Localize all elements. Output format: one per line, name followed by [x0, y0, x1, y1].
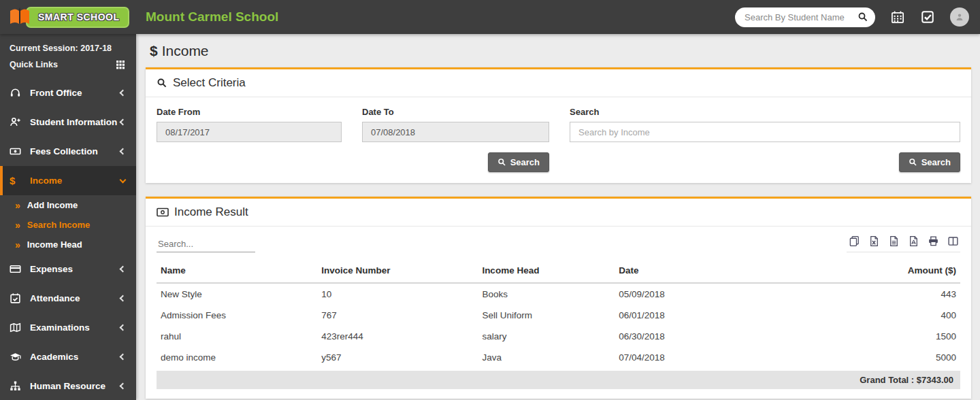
- graduation-cap-icon: [10, 352, 22, 363]
- sidebar-item-label: Income: [30, 176, 120, 186]
- brand-pill: SMART SCHOOL: [26, 7, 129, 28]
- income-search-label: Search: [570, 107, 960, 117]
- table-cell: 06/01/2018: [615, 305, 815, 326]
- table-cell: Java: [478, 347, 615, 368]
- book-logo-icon: [8, 7, 31, 27]
- table-cell: Admission Fees: [157, 305, 317, 326]
- date-search-button[interactable]: Search: [488, 152, 549, 172]
- sidebar-subitem-search-income[interactable]: » Search Income: [0, 215, 136, 235]
- smart-school-logo: SMART SCHOOL: [8, 7, 129, 28]
- chevron-left-icon: [120, 354, 127, 361]
- dollar-icon: $: [150, 43, 158, 59]
- banknote-icon: [10, 146, 22, 157]
- table-cell: y567: [317, 347, 478, 368]
- credit-card-icon: [10, 264, 22, 275]
- user-avatar[interactable]: [950, 7, 969, 27]
- date-from-label: Date From: [157, 107, 342, 117]
- sidebar-subitem-add-income[interactable]: » Add Income: [0, 195, 136, 215]
- sidebar-subitem-label: Income Head: [27, 239, 82, 250]
- sitemap-icon: [10, 381, 22, 392]
- banknote-icon: [157, 207, 169, 218]
- top-header: SMART SCHOOL Mount Carmel School: [0, 0, 980, 34]
- double-arrow-icon: »: [15, 200, 20, 211]
- copy-export-icon[interactable]: [848, 235, 860, 247]
- tasks-icon[interactable]: [920, 10, 935, 24]
- session-block: Current Session: 2017-18 Quick Links: [0, 34, 136, 78]
- current-session-label: Current Session: 2017-18: [10, 40, 127, 56]
- student-plus-icon: [10, 117, 22, 128]
- brand-box[interactable]: SMART SCHOOL: [0, 7, 136, 28]
- income-search-input[interactable]: [570, 122, 960, 142]
- column-header-name[interactable]: Name: [157, 259, 317, 283]
- table-cell: 1500: [815, 326, 960, 347]
- sidebar-item-attendance[interactable]: Attendance: [0, 284, 136, 313]
- column-header-date[interactable]: Date: [615, 259, 815, 283]
- double-arrow-icon: »: [15, 220, 20, 231]
- sidebar-subitem-label: Add Income: [27, 200, 78, 210]
- pdf-export-icon[interactable]: [907, 235, 919, 247]
- table-cell: 443: [815, 283, 960, 305]
- quick-links-label: Quick Links: [10, 56, 58, 73]
- column-visibility-icon[interactable]: [947, 235, 959, 247]
- table-cell: New Style: [157, 283, 317, 305]
- table-cell: salary: [478, 326, 615, 347]
- sidebar: Current Session: 2017-18 Quick Links Fro…: [0, 34, 136, 400]
- sidebar-item-student-information[interactable]: Student Information: [0, 107, 136, 137]
- table-cell: 05/09/2018: [615, 283, 815, 305]
- sidebar-item-front-office[interactable]: Front Office: [0, 78, 136, 107]
- calendar-check-icon: [10, 293, 22, 304]
- income-result-panel: Income Result: [146, 197, 971, 399]
- search-icon[interactable]: [858, 12, 868, 22]
- chevron-down-icon: [120, 176, 127, 183]
- table-row: demo incomey567Java07/04/20185000: [157, 347, 960, 368]
- search-button-label: Search: [921, 157, 951, 167]
- chevron-left-icon: [120, 148, 127, 155]
- sidebar-item-income[interactable]: $ Income: [0, 166, 136, 195]
- excel-export-icon[interactable]: [868, 235, 880, 247]
- table-cell: 06/30/2018: [615, 326, 815, 347]
- chevron-left-icon: [120, 295, 127, 302]
- calendar-icon[interactable]: [890, 10, 905, 24]
- sidebar-item-label: Expenses: [30, 264, 120, 274]
- sidebar-item-fees-collection[interactable]: Fees Collection: [0, 137, 136, 166]
- table-toolbar: [157, 235, 960, 252]
- grand-total-bar: Grand Total : $7343.00: [157, 371, 960, 389]
- sidebar-item-academics[interactable]: Academics: [0, 342, 136, 371]
- quick-links-grid-icon[interactable]: [116, 61, 127, 69]
- column-header-amount[interactable]: Amount ($): [815, 259, 960, 283]
- income-result-header: Income Result: [146, 199, 971, 227]
- date-to-input[interactable]: [362, 122, 549, 142]
- date-from-input[interactable]: [157, 122, 342, 142]
- table-cell: 767: [317, 305, 478, 326]
- results-body: Name Invoice Number Income Head Date Amo…: [146, 227, 971, 399]
- income-table: Name Invoice Number Income Head Date Amo…: [157, 259, 960, 368]
- column-header-income-head[interactable]: Income Head: [478, 259, 615, 283]
- main-content: $Income Select Criteria Date From Date T…: [136, 34, 980, 400]
- table-header-row: Name Invoice Number Income Head Date Amo…: [157, 259, 960, 283]
- dollar-icon: $: [10, 176, 22, 186]
- student-search-box[interactable]: [735, 7, 875, 27]
- csv-export-icon[interactable]: [887, 235, 900, 247]
- chevron-left-icon: [120, 266, 127, 273]
- print-icon[interactable]: [927, 235, 939, 247]
- sidebar-item-examinations[interactable]: Examinations: [0, 313, 136, 342]
- table-search-input[interactable]: [157, 236, 255, 252]
- table-cell: Sell Uniform: [478, 305, 615, 326]
- headset-icon: [10, 88, 22, 99]
- map-book-icon: [10, 322, 22, 333]
- date-from-field: Date From: [157, 107, 342, 142]
- sidebar-item-human-resource[interactable]: Human Resource: [0, 371, 136, 400]
- select-criteria-panel: Select Criteria Date From Date To Search: [146, 67, 971, 183]
- sidebar-item-expenses[interactable]: Expenses: [0, 254, 136, 284]
- chevron-left-icon: [120, 119, 127, 126]
- page-title-text: Income: [162, 43, 209, 59]
- keyword-search-button[interactable]: Search: [899, 152, 960, 172]
- column-header-invoice-number[interactable]: Invoice Number: [317, 259, 478, 283]
- table-row: Admission Fees767Sell Uniform06/01/20184…: [157, 305, 960, 326]
- sidebar-item-label: Student Information: [30, 117, 120, 127]
- sidebar-subitem-label: Search Income: [27, 220, 91, 230]
- sidebar-subitem-income-head[interactable]: » Income Head: [0, 235, 136, 254]
- student-search-input[interactable]: [745, 12, 858, 22]
- date-to-field: Date To: [362, 107, 549, 142]
- income-result-title: Income Result: [174, 205, 248, 219]
